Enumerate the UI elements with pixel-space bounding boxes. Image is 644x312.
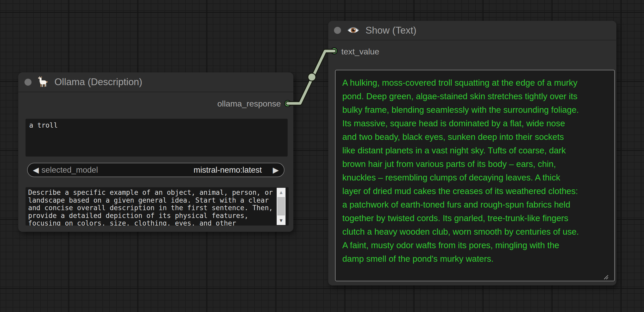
combo-value: mistral-nemo:latest <box>194 165 262 175</box>
node-title-bar[interactable]: Show (Text) <box>328 21 616 40</box>
node-show-text[interactable]: Show (Text) text_value A hulking, moss-c… <box>328 21 616 285</box>
eye-icon <box>347 26 359 35</box>
node-title: Ollama (Description) <box>54 77 142 88</box>
collapse-toggle[interactable] <box>334 27 341 34</box>
scroll-up-icon[interactable]: ▲ <box>277 190 286 195</box>
input-slot-text-value[interactable] <box>331 47 338 54</box>
node-title-bar[interactable]: Ollama (Description) <box>18 72 293 92</box>
scrollbar-thumb[interactable] <box>277 197 285 215</box>
resize-grip[interactable] <box>603 274 609 281</box>
combo-label: selected_model <box>41 165 194 175</box>
llama-icon <box>37 76 49 88</box>
collapse-toggle[interactable] <box>24 79 32 86</box>
comfyui-canvas[interactable]: { "canvas": { "bg_color": "#222222", "gr… <box>0 0 644 312</box>
input-text-field[interactable]: a troll <box>26 119 288 157</box>
node-title: Show (Text) <box>366 25 416 36</box>
prompt-scrollbar[interactable]: ▲ ▼ <box>277 188 286 225</box>
output-slot-ollama-response[interactable] <box>284 100 291 107</box>
combo-next-arrow-icon[interactable]: ▶ <box>273 166 279 174</box>
input-slot-label: text_value <box>341 47 379 57</box>
show-text-display[interactable]: A hulking, moss-covered troll squatting … <box>335 70 615 281</box>
output-slot-label: ollama_response <box>217 99 281 109</box>
node-ollama-description[interactable]: Ollama (Description) ollama_response a t… <box>18 72 293 232</box>
link-midpoint-dot <box>308 73 316 81</box>
selected-model-combo[interactable]: ◀ selected_model mistral-nemo:latest ▶ <box>27 163 284 177</box>
scroll-down-icon[interactable]: ▼ <box>277 218 286 223</box>
combo-prev-arrow-icon[interactable]: ◀ <box>33 166 39 174</box>
prompt-text-field[interactable]: Describe a specific example of an object… <box>26 187 289 226</box>
